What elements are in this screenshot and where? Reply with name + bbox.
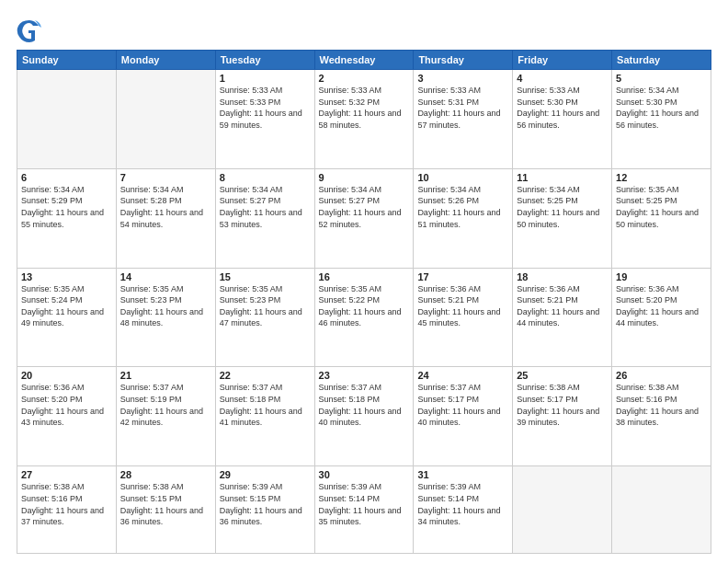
day-number: 3	[417, 73, 508, 84]
day-number: 28	[120, 469, 211, 480]
day-number: 5	[616, 73, 707, 84]
calendar-cell: 6Sunrise: 5:34 AMSunset: 5:29 PMDaylight…	[17, 168, 117, 268]
calendar-cell	[17, 70, 117, 169]
week-row-5: 27Sunrise: 5:38 AMSunset: 5:16 PMDayligh…	[17, 466, 711, 554]
calendar-cell: 19Sunrise: 5:36 AMSunset: 5:20 PMDayligh…	[612, 268, 711, 367]
day-info: Sunrise: 5:33 AMSunset: 5:31 PMDaylight:…	[417, 85, 508, 131]
calendar-cell: 21Sunrise: 5:37 AMSunset: 5:19 PMDayligh…	[116, 367, 215, 466]
calendar-cell: 14Sunrise: 5:35 AMSunset: 5:23 PMDayligh…	[116, 268, 215, 367]
calendar-cell: 23Sunrise: 5:37 AMSunset: 5:18 PMDayligh…	[314, 367, 414, 466]
day-info: Sunrise: 5:39 AMSunset: 5:14 PMDaylight:…	[417, 481, 508, 527]
calendar-cell: 29Sunrise: 5:39 AMSunset: 5:15 PMDayligh…	[215, 466, 314, 554]
calendar-header-saturday: Saturday	[612, 51, 711, 70]
calendar-header-friday: Friday	[513, 51, 612, 70]
day-info: Sunrise: 5:38 AMSunset: 5:16 PMDaylight:…	[616, 382, 707, 428]
calendar-header-row: SundayMondayTuesdayWednesdayThursdayFrid…	[17, 51, 711, 70]
day-info: Sunrise: 5:34 AMSunset: 5:30 PMDaylight:…	[616, 85, 707, 131]
calendar-cell: 20Sunrise: 5:36 AMSunset: 5:20 PMDayligh…	[17, 367, 117, 466]
page: SundayMondayTuesdayWednesdayThursdayFrid…	[0, 0, 728, 563]
day-number: 23	[319, 370, 410, 381]
calendar-header-monday: Monday	[116, 51, 215, 70]
day-number: 13	[21, 271, 112, 282]
day-number: 26	[616, 370, 707, 381]
day-number: 22	[220, 370, 311, 381]
day-number: 1	[220, 73, 311, 84]
calendar-header-thursday: Thursday	[414, 51, 513, 70]
logo-icon	[17, 17, 42, 42]
day-number: 15	[220, 271, 311, 282]
calendar-cell: 30Sunrise: 5:39 AMSunset: 5:14 PMDayligh…	[314, 466, 414, 554]
calendar-cell: 28Sunrise: 5:38 AMSunset: 5:15 PMDayligh…	[116, 466, 215, 554]
calendar-header-wednesday: Wednesday	[314, 51, 414, 70]
day-number: 4	[517, 73, 608, 84]
day-info: Sunrise: 5:35 AMSunset: 5:23 PMDaylight:…	[120, 283, 211, 329]
calendar-cell	[513, 466, 612, 554]
calendar-cell: 8Sunrise: 5:34 AMSunset: 5:27 PMDaylight…	[215, 168, 314, 268]
week-row-2: 6Sunrise: 5:34 AMSunset: 5:29 PMDaylight…	[17, 168, 711, 268]
day-number: 19	[616, 271, 707, 282]
day-info: Sunrise: 5:36 AMSunset: 5:21 PMDaylight:…	[417, 283, 508, 329]
day-info: Sunrise: 5:35 AMSunset: 5:22 PMDaylight:…	[319, 283, 410, 329]
day-number: 21	[120, 370, 211, 381]
calendar-cell	[612, 466, 711, 554]
day-number: 18	[517, 271, 608, 282]
calendar-cell: 16Sunrise: 5:35 AMSunset: 5:22 PMDayligh…	[314, 268, 414, 367]
calendar-cell: 25Sunrise: 5:38 AMSunset: 5:17 PMDayligh…	[513, 367, 612, 466]
calendar-header-tuesday: Tuesday	[215, 51, 314, 70]
calendar-cell: 11Sunrise: 5:34 AMSunset: 5:25 PMDayligh…	[513, 168, 612, 268]
calendar-cell	[116, 70, 215, 169]
day-number: 29	[220, 469, 311, 480]
day-info: Sunrise: 5:34 AMSunset: 5:29 PMDaylight:…	[21, 184, 112, 230]
day-info: Sunrise: 5:34 AMSunset: 5:28 PMDaylight:…	[120, 184, 211, 230]
week-row-4: 20Sunrise: 5:36 AMSunset: 5:20 PMDayligh…	[17, 367, 711, 466]
day-number: 30	[319, 469, 410, 480]
day-number: 24	[417, 370, 508, 381]
day-number: 27	[21, 469, 112, 480]
day-number: 10	[417, 172, 508, 183]
calendar-cell: 2Sunrise: 5:33 AMSunset: 5:32 PMDaylight…	[314, 70, 414, 169]
day-number: 8	[220, 172, 311, 183]
calendar-cell: 9Sunrise: 5:34 AMSunset: 5:27 PMDaylight…	[314, 168, 414, 268]
calendar-cell: 5Sunrise: 5:34 AMSunset: 5:30 PMDaylight…	[612, 70, 711, 169]
calendar-table: SundayMondayTuesdayWednesdayThursdayFrid…	[17, 50, 711, 554]
day-info: Sunrise: 5:38 AMSunset: 5:15 PMDaylight:…	[120, 481, 211, 527]
logo	[17, 17, 46, 42]
day-info: Sunrise: 5:36 AMSunset: 5:21 PMDaylight:…	[517, 283, 608, 329]
day-info: Sunrise: 5:35 AMSunset: 5:23 PMDaylight:…	[220, 283, 311, 329]
day-info: Sunrise: 5:34 AMSunset: 5:26 PMDaylight:…	[417, 184, 508, 230]
calendar-cell: 24Sunrise: 5:37 AMSunset: 5:17 PMDayligh…	[414, 367, 513, 466]
day-info: Sunrise: 5:36 AMSunset: 5:20 PMDaylight:…	[616, 283, 707, 329]
week-row-1: 1Sunrise: 5:33 AMSunset: 5:33 PMDaylight…	[17, 70, 711, 169]
calendar-cell: 7Sunrise: 5:34 AMSunset: 5:28 PMDaylight…	[116, 168, 215, 268]
day-info: Sunrise: 5:39 AMSunset: 5:14 PMDaylight:…	[319, 481, 410, 527]
day-info: Sunrise: 5:35 AMSunset: 5:25 PMDaylight:…	[616, 184, 707, 230]
header	[17, 17, 711, 42]
day-number: 31	[417, 469, 508, 480]
day-number: 25	[517, 370, 608, 381]
calendar-cell: 26Sunrise: 5:38 AMSunset: 5:16 PMDayligh…	[612, 367, 711, 466]
calendar-cell: 31Sunrise: 5:39 AMSunset: 5:14 PMDayligh…	[414, 466, 513, 554]
day-info: Sunrise: 5:33 AMSunset: 5:33 PMDaylight:…	[220, 85, 311, 131]
day-number: 14	[120, 271, 211, 282]
week-row-3: 13Sunrise: 5:35 AMSunset: 5:24 PMDayligh…	[17, 268, 711, 367]
day-info: Sunrise: 5:34 AMSunset: 5:27 PMDaylight:…	[220, 184, 311, 230]
day-info: Sunrise: 5:36 AMSunset: 5:20 PMDaylight:…	[21, 382, 112, 428]
calendar-cell: 10Sunrise: 5:34 AMSunset: 5:26 PMDayligh…	[414, 168, 513, 268]
day-info: Sunrise: 5:37 AMSunset: 5:19 PMDaylight:…	[120, 382, 211, 428]
day-info: Sunrise: 5:38 AMSunset: 5:16 PMDaylight:…	[21, 481, 112, 527]
day-number: 11	[517, 172, 608, 183]
calendar-cell: 17Sunrise: 5:36 AMSunset: 5:21 PMDayligh…	[414, 268, 513, 367]
day-info: Sunrise: 5:34 AMSunset: 5:27 PMDaylight:…	[319, 184, 410, 230]
day-info: Sunrise: 5:33 AMSunset: 5:32 PMDaylight:…	[319, 85, 410, 131]
calendar-cell: 22Sunrise: 5:37 AMSunset: 5:18 PMDayligh…	[215, 367, 314, 466]
calendar-cell: 18Sunrise: 5:36 AMSunset: 5:21 PMDayligh…	[513, 268, 612, 367]
calendar-cell: 12Sunrise: 5:35 AMSunset: 5:25 PMDayligh…	[612, 168, 711, 268]
day-number: 6	[21, 172, 112, 183]
day-info: Sunrise: 5:34 AMSunset: 5:25 PMDaylight:…	[517, 184, 608, 230]
day-info: Sunrise: 5:33 AMSunset: 5:30 PMDaylight:…	[517, 85, 608, 131]
day-number: 17	[417, 271, 508, 282]
calendar-header-sunday: Sunday	[17, 51, 117, 70]
day-info: Sunrise: 5:37 AMSunset: 5:17 PMDaylight:…	[417, 382, 508, 428]
day-number: 9	[319, 172, 410, 183]
day-number: 16	[319, 271, 410, 282]
